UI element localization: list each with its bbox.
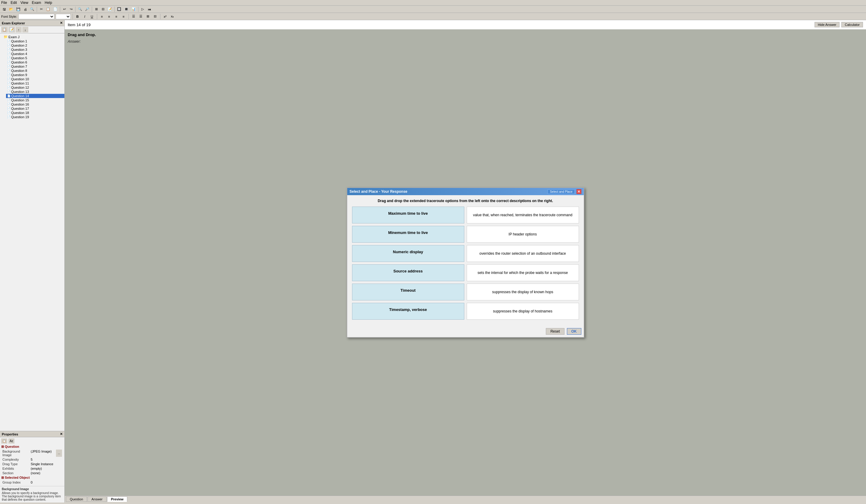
sidebar-item-q17[interactable]: 📄 Question 17 <box>6 106 64 111</box>
sidebar-btn-2[interactable]: 📝 <box>9 27 15 33</box>
props-btn-2[interactable]: Az <box>9 438 14 444</box>
calculator-button[interactable]: Calculator <box>841 22 863 27</box>
align-left-button[interactable]: ≡ <box>99 14 105 19</box>
underline-button[interactable]: U <box>89 14 95 19</box>
sidebar-item-q15[interactable]: 📄 Question 15 <box>6 98 64 102</box>
sidebar-item-q6[interactable]: 📄 Question 6 <box>6 60 64 64</box>
sidebar-exam[interactable]: 📁 Exam J <box>2 35 64 39</box>
toolbar-export[interactable]: 🔳 <box>123 6 130 12</box>
drop-item-5[interactable]: suppresses the display of hostnames <box>467 303 579 320</box>
dialog-body: Drag and drop the extended traceroute op… <box>347 195 584 327</box>
toolbar-undo[interactable]: ↩ <box>62 6 67 12</box>
props-btn-1[interactable]: 📋 <box>1 438 7 444</box>
sidebar-item-q7[interactable]: 📄 Question 7 <box>6 64 64 69</box>
drop-item-0[interactable]: value that, when reached, terminates the… <box>467 207 579 224</box>
toolbar-cut[interactable]: ✂ <box>38 6 44 12</box>
sidebar-item-q1[interactable]: 📄 Question 1 <box>6 39 64 43</box>
drag-item-2[interactable]: Numeric display <box>352 245 464 262</box>
reset-button[interactable]: Reset <box>546 328 564 335</box>
toolbar-import[interactable]: 🔲 <box>116 6 122 12</box>
font-size-select[interactable] <box>56 14 71 19</box>
toolbar-stop[interactable]: ⏮ <box>146 7 152 12</box>
sidebar-item-q11[interactable]: 📄 Question 11 <box>6 81 64 85</box>
background-image-edit[interactable]: ... <box>56 449 62 457</box>
hide-answer-button[interactable]: Hide Answer <box>814 22 840 27</box>
tab-preview[interactable]: Preview <box>107 496 127 502</box>
ok-button[interactable]: OK <box>567 328 581 335</box>
dialog-title: Select and Place - Your Response <box>349 190 408 194</box>
align-right-button[interactable]: ≡ <box>113 14 120 19</box>
sidebar-item-q12[interactable]: 📄 Question 12 <box>6 85 64 90</box>
sidebar-btn-up[interactable]: ↑ <box>16 27 22 33</box>
sidebar-item-q8[interactable]: 📄 Question 8 <box>6 69 64 73</box>
drop-item-1[interactable]: IP header options <box>467 226 579 243</box>
font-style-label: Font Style: <box>1 15 17 18</box>
sidebar-item-q4[interactable]: 📄 Question 4 <box>6 52 64 56</box>
toolbar-replace[interactable]: 🔎 <box>84 6 91 12</box>
italic-button[interactable]: I <box>82 14 88 19</box>
question-icon: 📄 <box>7 111 11 114</box>
indent-button[interactable]: ⊞ <box>145 13 151 19</box>
toolbar-find[interactable]: 🔍 <box>77 6 84 12</box>
sidebar-close-button[interactable]: ✕ <box>60 21 63 25</box>
toolbar-remove[interactable]: ⊟ <box>100 6 106 12</box>
sidebar-item-q19[interactable]: 📄 Question 19 <box>6 115 64 119</box>
sidebar-item-q3[interactable]: 📄 Question 3 <box>6 47 64 52</box>
properties-close-button[interactable]: ✕ <box>60 432 63 436</box>
question-icon: 📄 <box>7 48 11 51</box>
toolbar-save[interactable]: 💾 <box>15 6 22 12</box>
drop-item-4[interactable]: suppresses the display of known hops <box>467 284 579 300</box>
sidebar-item-q13[interactable]: 📄 Question 13 <box>6 90 64 94</box>
sidebar-item-q9[interactable]: 📄 Question 9 <box>6 73 64 77</box>
toolbar-new[interactable]: 🖫 <box>1 7 7 12</box>
drag-item-0[interactable]: Maximum time to live <box>352 207 464 224</box>
tab-question[interactable]: Question <box>66 496 87 502</box>
drag-item-1[interactable]: Minemum time to live <box>352 226 464 243</box>
list-ordered-button[interactable]: ☰ <box>138 13 144 19</box>
sep6 <box>138 7 138 12</box>
dialog-titlebar: Select and Place - Your Response Select … <box>347 188 584 195</box>
toolbar-run[interactable]: ▷ <box>140 6 146 12</box>
drag-item-4[interactable]: Timeout <box>352 284 464 300</box>
font-family-select[interactable] <box>18 14 54 19</box>
tab-answer[interactable]: Answer <box>88 496 107 502</box>
sidebar-item-q16[interactable]: 📄 Question 16 <box>6 102 64 106</box>
drag-type-value: Single Instance <box>31 462 62 466</box>
sidebar-item-q14[interactable]: 📄 Question 14 <box>6 94 64 98</box>
list-unordered-button[interactable]: ☰ <box>131 13 137 19</box>
drop-item-2[interactable]: overrides the router selection of an out… <box>467 245 579 262</box>
properties-panel: Properties ✕ 📋 Az ⊞ Question Background … <box>0 431 64 503</box>
superscript-button[interactable]: x² <box>162 14 168 19</box>
menu-file[interactable]: File <box>1 1 7 5</box>
toolbar-paste[interactable]: 📄 <box>52 6 59 12</box>
drag-item-3[interactable]: Source address <box>352 264 464 281</box>
sidebar-item-q18[interactable]: 📄 Question 18 <box>6 111 64 115</box>
toolbar-preview[interactable]: 🔍 <box>29 6 35 12</box>
menu-help[interactable]: Help <box>45 1 52 5</box>
menu-view[interactable]: View <box>21 1 28 5</box>
question-icon: 📄 <box>7 90 11 93</box>
toolbar-add[interactable]: ⊞ <box>93 6 99 12</box>
bold-button[interactable]: B <box>75 14 81 19</box>
sidebar-item-q5[interactable]: 📄 Question 5 <box>6 56 64 60</box>
align-justify-button[interactable]: ≡ <box>121 14 127 19</box>
dialog-close-button[interactable]: ✕ <box>577 189 581 194</box>
drag-item-5[interactable]: Timestamp, verbose <box>352 303 464 320</box>
sidebar-btn-down[interactable]: ↓ <box>22 27 28 33</box>
drop-item-3[interactable]: sets the interval for which the probe wa… <box>467 264 579 281</box>
toolbar-edit[interactable]: 📝 <box>107 6 113 12</box>
sidebar-btn-1[interactable]: 📋 <box>1 27 8 33</box>
outdent-button[interactable]: ⊟ <box>152 13 158 19</box>
toolbar-open[interactable]: 📂 <box>8 6 14 12</box>
toolbar-redo[interactable]: ↪ <box>68 6 74 12</box>
sidebar-item-q10[interactable]: 📄 Question 10 <box>6 77 64 81</box>
subscript-button[interactable]: x₂ <box>169 13 175 19</box>
sidebar-item-q2[interactable]: 📄 Question 2 <box>6 43 64 47</box>
align-center-button[interactable]: ≡ <box>106 14 112 19</box>
menu-exam[interactable]: Exam <box>32 1 41 5</box>
toolbar-chart[interactable]: 📊 <box>130 6 137 12</box>
toolbar-print[interactable]: 🖨 <box>22 7 28 12</box>
question-icon: 📄 <box>7 99 11 102</box>
menu-edit[interactable]: Edit <box>11 1 17 5</box>
toolbar-copy[interactable]: 📋 <box>45 6 52 12</box>
